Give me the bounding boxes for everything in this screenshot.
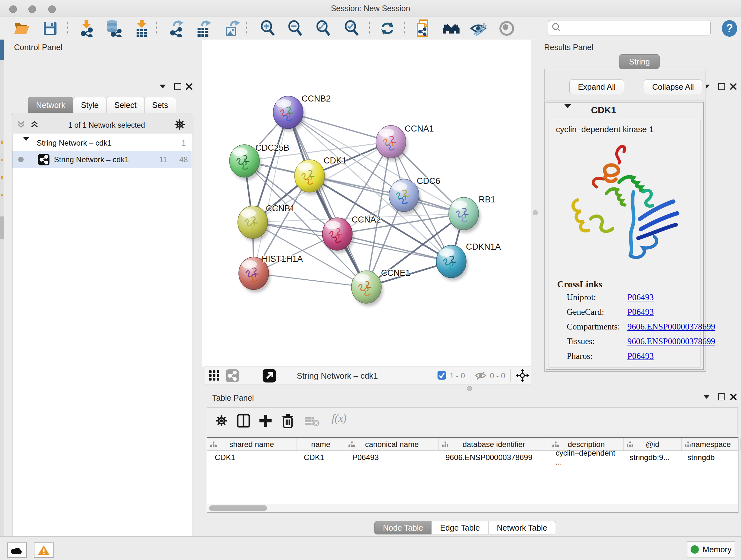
node-table[interactable]: shared namenamecanonical namedatabase id…	[207, 437, 738, 513]
collection-expander-icon[interactable]	[23, 141, 29, 146]
edge-CCNB2-HIST1H1A[interactable]	[254, 112, 288, 273]
network-options-gear-icon[interactable]	[174, 119, 185, 131]
column-header-canonical-name[interactable]: canonical name	[345, 438, 439, 450]
import-table-icon[interactable]	[133, 19, 151, 37]
panel-splitter-handle[interactable]	[467, 386, 472, 391]
crosslink-row: GeneCard:P06493	[549, 307, 700, 322]
section-expander-icon[interactable]	[564, 108, 571, 114]
clone-network-icon[interactable]	[414, 19, 432, 37]
tab-string[interactable]: String	[619, 54, 660, 69]
show-columns-icon[interactable]	[237, 414, 250, 429]
node-label-CCNA2: CCNA2	[352, 215, 381, 225]
column-header-name[interactable]: name	[296, 438, 345, 450]
crosslink-link[interactable]: 9606.ENSP00000378699	[627, 322, 715, 332]
export-table-icon[interactable]	[194, 19, 212, 37]
zoom-fit-icon[interactable]	[315, 19, 333, 37]
crosslink-link[interactable]: P06493	[627, 293, 654, 302]
expand-all-button[interactable]: Expand All	[569, 79, 624, 94]
warnings-button[interactable]	[34, 543, 54, 558]
collapse-all-button[interactable]: Collapse All	[644, 79, 702, 94]
results-panel-float-icon[interactable]	[716, 82, 727, 91]
refresh-icon[interactable]	[379, 19, 396, 37]
search-input[interactable]	[564, 21, 711, 35]
table-cell[interactable]: cyclin–dependent ...	[548, 451, 622, 464]
tab-style[interactable]: Style	[73, 97, 107, 113]
toolbar-separator	[67, 21, 68, 36]
column-header-shared-name[interactable]: shared name	[207, 438, 296, 450]
node-label-CDKN1A: CDKN1A	[466, 242, 501, 252]
tab-edge-table[interactable]: Edge Table	[431, 521, 488, 535]
network-collection-list: String Network – cdk1 1 String Network –…	[12, 134, 192, 560]
column-header--id[interactable]: @id	[623, 438, 682, 450]
search-box[interactable]	[548, 20, 711, 36]
expand-all-chevrons-icon[interactable]	[17, 120, 25, 131]
table-cell[interactable]: CDK1	[207, 451, 296, 464]
delete-column-trash-icon[interactable]	[282, 414, 294, 429]
home-icon[interactable]	[442, 19, 460, 37]
table-cell[interactable]: 9606.ENSP00000378699	[438, 451, 548, 464]
memory-button[interactable]: Memory	[687, 542, 735, 557]
table-cell[interactable]: CDK1	[296, 451, 345, 464]
hide-selected-eye-icon[interactable]	[469, 19, 487, 37]
tab-select[interactable]: Select	[106, 97, 144, 113]
zoom-in-icon[interactable]	[259, 19, 277, 37]
edge-HIST1H1A-CCNE1[interactable]	[254, 273, 366, 287]
open-session-icon[interactable]	[13, 19, 30, 37]
table-cell[interactable]: stringdb	[680, 451, 738, 464]
results-panel-close-icon[interactable]	[728, 82, 739, 91]
tab-network-table[interactable]: Network Table	[488, 521, 556, 535]
column-header-namespace[interactable]: namespace	[682, 438, 741, 450]
node-label-RB1: RB1	[479, 195, 495, 204]
network-row-selected[interactable]: String Network – cdk1 11 48	[12, 151, 192, 168]
node-label-CDK1: CDK1	[324, 156, 347, 165]
control-panel-close-icon[interactable]	[184, 82, 195, 91]
table-cell[interactable]: P06493	[345, 451, 438, 464]
network-graph[interactable]: CCNB2CCNA1CDC25BCDK1CDC6RB1CCNB1CCNA2CDK…	[202, 40, 531, 367]
tab-node-table[interactable]: Node Table	[374, 521, 432, 535]
export-image-icon[interactable]	[223, 19, 241, 37]
column-header-database-identifier[interactable]: database identifier	[439, 438, 549, 450]
import-network-database-icon[interactable]	[105, 19, 122, 37]
scrollbar-thumb[interactable]	[209, 505, 267, 511]
crosslink-link[interactable]: P06493	[627, 351, 654, 361]
delete-table-icon[interactable]	[305, 416, 320, 428]
table-row[interactable]: CDK1CDK1P064939606.ENSP00000378699cyclin…	[207, 451, 738, 464]
hidden-eye-icon[interactable]	[475, 370, 487, 382]
open-in-window-icon[interactable]	[263, 369, 276, 384]
function-builder-icon[interactable]: f(x)	[332, 412, 347, 424]
table-cell[interactable]: stringdb:9...	[622, 451, 680, 464]
import-network-icon[interactable]	[77, 19, 95, 37]
network-collection-row[interactable]: String Network – cdk1 1	[12, 135, 192, 151]
selected-count: 1 - 0	[450, 371, 465, 380]
share-view-icon[interactable]	[226, 369, 239, 383]
panel-splitter-handle[interactable]	[533, 210, 538, 215]
add-column-icon[interactable]	[259, 414, 272, 429]
background-window-sliver	[0, 39, 4, 537]
save-session-icon[interactable]	[41, 19, 59, 37]
control-panel-float-icon[interactable]	[172, 82, 183, 91]
selected-checkbox-icon[interactable]	[437, 371, 446, 381]
help-icon[interactable]: ?	[721, 19, 738, 37]
birdseye-navigator-icon[interactable]	[516, 369, 529, 383]
crosslink-link[interactable]: P06493	[627, 307, 654, 317]
zoom-out-icon[interactable]	[286, 19, 305, 37]
export-network-icon[interactable]	[167, 19, 185, 37]
grid-view-icon[interactable]	[209, 370, 220, 382]
table-panel-collapse-icon[interactable]	[701, 393, 712, 401]
protein-section-header[interactable]: CDK1	[546, 103, 703, 119]
table-panel-float-icon[interactable]	[716, 393, 727, 401]
zoom-selected-icon[interactable]	[343, 19, 361, 37]
control-panel-collapse-icon[interactable]	[157, 82, 168, 91]
table-panel-close-icon[interactable]	[728, 393, 739, 401]
cloud-button[interactable]	[7, 543, 27, 558]
network-list-toolbar: 1 of 1 Network selected	[14, 118, 190, 132]
tab-network[interactable]: Network	[28, 97, 73, 113]
crosslink-row: Uniprot:P06493	[549, 293, 700, 307]
crosslink-link[interactable]: 9606.ENSP00000378699	[627, 336, 715, 347]
table-horizontal-scrollbar[interactable]	[207, 504, 738, 512]
node-label-CCNE1: CCNE1	[381, 268, 410, 278]
collapse-all-chevrons-icon[interactable]	[30, 120, 39, 131]
tab-sets[interactable]: Sets	[144, 97, 176, 113]
table-settings-gear-icon[interactable]	[215, 415, 227, 428]
show-graphics-details-eye-icon[interactable]	[498, 19, 516, 37]
